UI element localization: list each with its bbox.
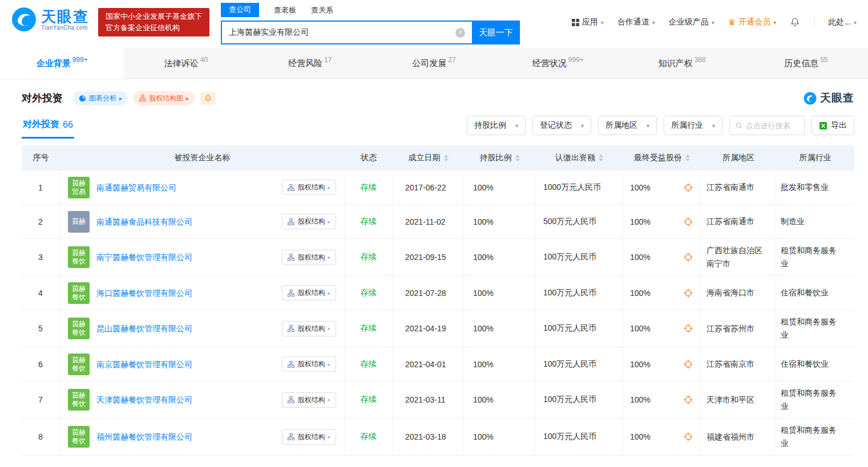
filter-shareholding-ratio[interactable]: 持股比例 ▾ [467,116,526,135]
penetrate-chart-icon[interactable] [683,359,693,369]
equity-button-label: 股权结构 [297,432,325,442]
export-label: 导出 [831,120,847,131]
equity-structure-button[interactable]: 股权结构 ▸ [282,180,336,195]
sort-icon[interactable] [444,155,449,161]
filter-registration-status[interactable]: 登记状态 ▾ [532,116,591,135]
search-tab-company[interactable]: 查公司 [221,3,259,17]
site-logo[interactable]: 天眼查 TianYanCha.com [11,7,89,32]
section-title: 对外投资 [22,91,63,105]
nav-cooperation[interactable]: 合作通道 ▾ [617,17,655,27]
penetrate-chart-icon[interactable] [683,323,693,334]
logo-title: 天眼查 [41,9,89,25]
org-chart-icon [288,184,294,191]
clear-search-icon[interactable]: × [455,28,465,38]
search-tab-relation[interactable]: 查关系 [311,5,333,15]
nav-vip[interactable]: ♛ 开通会员 ▾ [728,17,776,27]
company-name-link[interactable]: 天津茵赫餐饮管理有限公司 [96,393,192,406]
nav-user[interactable]: 此处... ▾ [828,17,857,27]
status-badge: 存续 [361,288,377,298]
cell-beneficial-shares: 100% [623,276,701,310]
cell-region: 海南省海口市 [701,276,776,310]
cell-shareholding-ratio: 100% [464,170,535,204]
cell-beneficial-shares: 100% [623,419,701,455]
export-button[interactable]: 导出 [812,116,854,135]
monitor-bell-chip[interactable] [200,92,216,105]
tab-company-background[interactable]: 企业背景 999+ [0,48,124,79]
equity-structure-button[interactable]: 股权结构 ▸ [282,356,336,372]
cell-shareholding-ratio: 100% [464,419,535,455]
company-name-link[interactable]: 南宁茵赫餐饮管理有限公司 [96,251,192,263]
org-chart-icon [288,361,294,368]
company-name-link[interactable]: 福州茵赫餐饮管理有限公司 [96,431,192,443]
chevron-right-icon: ▸ [328,397,330,403]
sort-icon[interactable] [515,155,520,161]
tab-label: 知识产权 [659,58,693,69]
col-header-no: 序号 [22,145,60,170]
penetrate-chart-icon[interactable] [683,288,693,298]
equity-structure-button[interactable]: 股权结构 ▸ [282,250,336,265]
sort-icon[interactable] [599,155,603,161]
equity-structure-pill[interactable]: 股权结构图 ▸ [134,91,195,105]
penetrate-chart-icon[interactable] [683,182,693,193]
search-tab-boss[interactable]: 查老板 [274,5,296,15]
penetrate-chart-icon[interactable] [683,432,693,442]
tab-legal-proceedings[interactable]: 法律诉讼 40 [124,48,248,79]
company-name-link[interactable]: 昆山茵赫餐饮管理有限公司 [96,322,192,335]
penetrate-chart-icon[interactable] [683,217,693,227]
tab-history-info[interactable]: 历史信息 55 [744,48,868,79]
tab-operating-status[interactable]: 经营状况 999+ [496,48,620,79]
sort-icon[interactable] [685,155,690,161]
chart-analysis-pill[interactable]: 图表分析 ▸ [73,91,128,105]
equity-structure-button[interactable]: 股权结构 ▸ [282,214,336,229]
cell-established-date: 2021-07-28 [393,276,464,310]
filter-industry[interactable]: 所属行业 ▾ [664,116,722,135]
cell-company: 茵赫餐饮 昆山茵赫餐饮管理有限公司 股权结构 ▸ [60,310,345,347]
subtab-outbound-investment[interactable]: 对外投资 66 [22,112,74,139]
site-header: 天眼查 TianYanCha.com 国家中小企业发展子基金旗下 官方备案企业征… [0,0,868,48]
nav-enterprise[interactable]: 企业级产品 ▾ [669,17,714,27]
table-search-input[interactable] [746,121,798,130]
chevron-right-icon: ▸ [119,95,122,101]
company-logo: 茵赫餐饮 [68,318,90,339]
chevron-right-icon: ▸ [328,434,330,440]
search-button[interactable]: 天眼一下 [472,21,520,44]
cell-no: 8 [22,419,60,455]
tab-company-development[interactable]: 公司发展 27 [372,48,496,79]
tab-label: 法律诉讼 [164,58,199,69]
penetrate-chart-icon[interactable] [683,252,693,262]
nav-apps[interactable]: 应用 ▾ [572,17,604,27]
search-input-box: × [221,21,472,44]
company-logo: 茵赫餐饮 [68,389,90,411]
company-logo: 茵赫餐饮 [68,246,90,268]
equity-structure-button[interactable]: 股权结构 ▸ [282,321,336,336]
tab-label: 历史信息 [784,58,818,69]
cell-region: 江苏省南通市 [701,170,776,204]
search-input[interactable] [222,22,472,43]
tab-count: 17 [324,56,332,64]
tab-intellectual-property[interactable]: 知识产权 388 [620,48,744,79]
tab-operational-risk[interactable]: 经营风险 17 [248,48,372,79]
equity-structure-button[interactable]: 股权结构 ▸ [282,392,336,408]
bell-icon [790,17,800,27]
cell-established-date: 2021-03-11 [393,381,464,418]
nav-enterprise-label: 企业级产品 [669,17,709,27]
filter-label: 所属行业 [671,120,703,131]
penetrate-chart-icon[interactable] [683,395,693,405]
cell-status: 存续 [345,170,393,204]
company-name-link[interactable]: 南通茵赫食品科技有限公司 [96,216,192,228]
company-name-link[interactable]: 南京茵赫餐饮管理有限公司 [96,358,192,371]
chevron-down-icon: ▾ [581,123,584,129]
cell-shareholding-ratio: 100% [464,276,535,310]
company-name-link[interactable]: 海口茵赫餐饮管理有限公司 [96,287,192,299]
cell-region: 福建省福州市 [701,419,776,455]
table-row: 4 茵赫餐饮 海口茵赫餐饮管理有限公司 股权结构 ▸ 存续 2021-07-28 [22,276,854,310]
chart-analysis-label: 图表分析 [89,94,116,103]
filter-region[interactable]: 所属地区 ▾ [598,116,657,135]
subtab-count: 66 [63,120,73,130]
equity-structure-button[interactable]: 股权结构 ▸ [282,429,336,445]
chevron-right-icon: ▸ [328,362,330,367]
equity-structure-button[interactable]: 股权结构 ▸ [282,285,336,300]
company-name-link[interactable]: 南通茵赫贸易有限公司 [96,181,176,194]
chevron-right-icon: ▸ [328,219,330,225]
notifications-bell[interactable] [790,17,800,27]
